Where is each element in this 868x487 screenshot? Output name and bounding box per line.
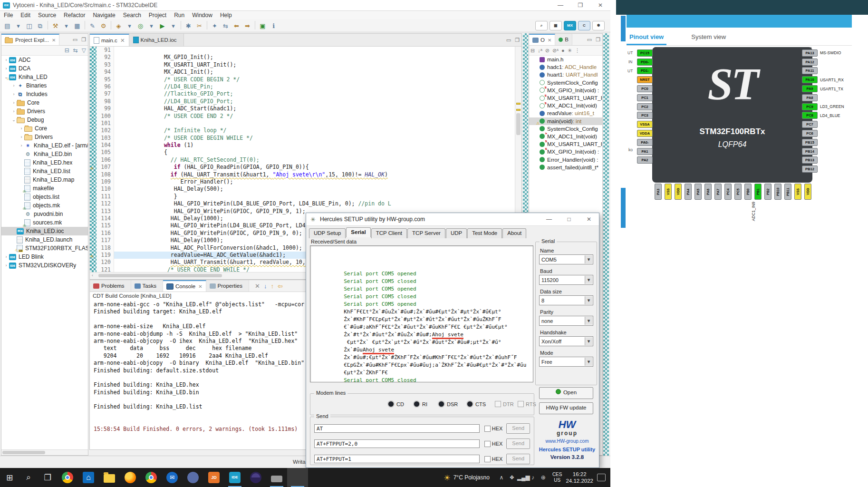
hex-checkbox[interactable]: HEX	[484, 441, 503, 447]
outline-item[interactable]: readValue : uint16_t	[529, 109, 602, 117]
pin[interactable]: PB0	[744, 184, 752, 200]
outline-item[interactable]: hadc1 : ADC_Handle	[529, 63, 602, 71]
pin[interactable]: PD0-	[637, 58, 653, 66]
tree-item[interactable]: Kniha_LED.bin	[1, 150, 88, 158]
toolbar-icon[interactable]: ▤	[2, 21, 12, 31]
toolbar-icon[interactable]: ◎	[135, 21, 145, 31]
close-icon[interactable]: ✕	[198, 284, 202, 289]
toolbar-icon[interactable]: ✱	[183, 21, 193, 31]
toolbar-icon[interactable]	[207, 21, 207, 29]
pin[interactable]: PA6	[704, 184, 712, 200]
outline-item[interactable]: main(void) : int	[529, 117, 602, 125]
pin[interactable]: PA11	[802, 67, 818, 74]
tree-item[interactable]: Kniha_LED.list	[1, 167, 88, 175]
taskbar-app[interactable]	[120, 468, 141, 487]
perspective-icon[interactable]: ✽	[592, 21, 605, 30]
pin[interactable]: PB1	[754, 184, 762, 200]
pin[interactable]: PA12	[802, 58, 818, 66]
close-icon[interactable]: ✕	[548, 38, 551, 43]
hex-checkbox[interactable]: HEX	[484, 456, 503, 462]
dtr-checkbox[interactable]: DTR	[495, 401, 514, 407]
console-tab[interactable]: Console ✕	[163, 280, 206, 292]
hercules-tab[interactable]: Test Mode	[467, 228, 502, 238]
received-data-area[interactable]: Serial port COM5 opened Serial port COM5…	[310, 245, 533, 382]
hercules-tab[interactable]: About	[502, 228, 526, 238]
toolbar-icon[interactable]: ⚙	[98, 21, 108, 31]
menu-item[interactable]: File	[0, 12, 17, 19]
pin[interactable]: PB14	[802, 148, 818, 155]
menu-item[interactable]: Refactor	[60, 12, 89, 19]
toolbar-icon[interactable]: ▾	[13, 21, 23, 31]
perspective-icon[interactable]: C	[578, 21, 590, 30]
menu-item[interactable]: Search	[119, 12, 145, 19]
menu-item[interactable]: Project	[145, 12, 170, 19]
tree-item[interactable]: objects.mk	[1, 201, 88, 210]
toolbar-icon[interactable]: ▶	[157, 21, 167, 31]
maximize-button[interactable]: □	[559, 214, 579, 224]
sash-vertical[interactable]	[603, 33, 609, 456]
taskbar-app[interactable]	[203, 468, 224, 487]
outline-item[interactable]: MX_USART1_UART_In	[529, 140, 602, 148]
tree-item[interactable]: ⌄ Debug	[1, 116, 88, 124]
tree-item[interactable]: › LED Blink	[1, 253, 88, 261]
menu-item[interactable]: Navigate	[89, 12, 119, 19]
hercules-tab[interactable]: UDP	[446, 228, 467, 238]
pin[interactable]: NRST	[637, 76, 653, 83]
notification-center-icon[interactable]	[597, 474, 606, 481]
outline-item[interactable]: MX_ADC1_Init(void)	[529, 133, 602, 140]
outline-item[interactable]: Error_Handler(void) :	[529, 156, 602, 163]
pin[interactable]: PA0-	[637, 139, 653, 146]
pin[interactable]: PB11	[784, 184, 791, 200]
outline-item[interactable]: huart1 : UART_Handl	[529, 71, 602, 78]
pin[interactable]: PA13	[802, 49, 818, 57]
taskbar-app[interactable]	[78, 468, 99, 487]
perspective-icon[interactable]: MX	[564, 21, 576, 30]
outline-item[interactable]: SystemClock_Config	[529, 125, 602, 133]
pin[interactable]: PA1	[637, 148, 653, 155]
field-dropdown[interactable]: COM5	[539, 254, 593, 264]
expand-arrow-icon[interactable]: ›	[11, 109, 17, 114]
pin[interactable]: PC2	[637, 103, 653, 110]
pin[interactable]: VSS	[665, 184, 672, 200]
tray-icon[interactable]: ∧	[496, 474, 507, 481]
pin[interactable]: PA2	[637, 156, 653, 164]
warning-mark[interactable]	[516, 109, 521, 111]
pin[interactable]: PC0	[637, 85, 653, 92]
expand-arrow-icon[interactable]: ›	[19, 135, 24, 139]
maximize-panel-icon[interactable]: ❐	[81, 37, 86, 43]
taskbar-app[interactable]	[57, 468, 78, 487]
outline-item[interactable]: MX_USART1_UART_In	[529, 94, 602, 102]
send-button[interactable]: Send	[506, 454, 530, 464]
explorer-tool-icon[interactable]: ⇆	[73, 47, 78, 54]
minimize-button[interactable]: —	[539, 214, 559, 224]
close-icon[interactable]: ✕	[52, 38, 56, 43]
tray-icon[interactable]: ♪	[528, 474, 538, 481]
pin[interactable]: PA9	[802, 85, 818, 92]
toolbar-icon[interactable]: ▾	[168, 21, 178, 31]
tree-item[interactable]: ⌄ Kniha_LED	[1, 73, 88, 81]
outline-tool-icon[interactable]: ●	[561, 48, 565, 53]
expand-arrow-icon[interactable]: ›	[19, 143, 24, 148]
outline-tool-icon[interactable]: ⊘	[545, 48, 550, 54]
pin[interactable]: PC6	[802, 130, 818, 137]
pin[interactable]: PC3	[637, 112, 653, 119]
toolbar-icon[interactable]: ▣	[258, 21, 268, 31]
pin[interactable]: PC8	[802, 112, 818, 119]
minimize-editor-icon[interactable]: ▭	[506, 37, 511, 43]
pin[interactable]: PA3	[655, 184, 662, 200]
toolbar-icon[interactable]	[85, 21, 85, 29]
pin[interactable]: PC5	[734, 184, 742, 200]
toolbar-icon[interactable]: ⧉	[35, 21, 45, 31]
send-button[interactable]: Send	[506, 438, 530, 449]
expand-arrow-icon[interactable]: ⌄	[11, 117, 17, 122]
expand-arrow-icon[interactable]: ›	[19, 126, 24, 131]
toolbar-icon[interactable]: ◈	[114, 21, 124, 31]
hex-checkbox[interactable]: HEX	[484, 426, 503, 432]
expand-arrow-icon[interactable]: ›	[11, 92, 17, 97]
clock[interactable]: 16:22 24.12.2022	[566, 471, 593, 484]
expand-arrow-icon[interactable]: ›	[3, 254, 9, 259]
hercules-tab[interactable]: TCP Server	[407, 228, 445, 238]
explorer-tool-icon[interactable]: ⊟	[65, 47, 69, 54]
send-input[interactable]: AT+FTPPUT=2,0	[314, 439, 480, 448]
minimize-button[interactable]: —	[550, 0, 570, 10]
